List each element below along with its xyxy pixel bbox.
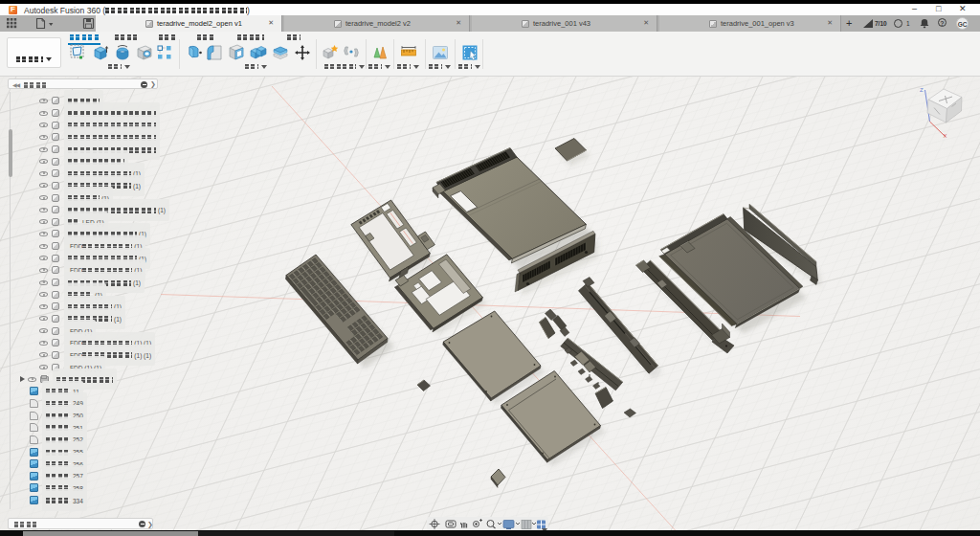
svg-text:Z: Z (920, 87, 924, 93)
svg-text:X: X (944, 133, 947, 139)
